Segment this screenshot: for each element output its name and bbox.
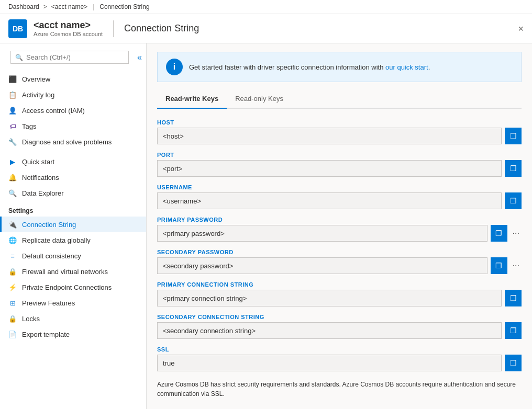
sidebar-label-preview-features: Preview Features — [22, 299, 75, 307]
quickstart-icon: ▶ — [8, 157, 17, 166]
label-ssl: SSL — [157, 346, 522, 353]
input-username[interactable] — [157, 192, 502, 209]
breadcrumb-sep1: > — [43, 3, 47, 10]
replicate-icon: 🌐 — [8, 236, 17, 244]
main-content: i Get started faster with driver specifi… — [147, 43, 532, 409]
sidebar-label-firewall: Firewall and virtual networks — [22, 268, 108, 276]
copy-secondary-connection-string-button[interactable]: ❐ — [505, 322, 522, 339]
sidebar-label-connection-string: Connection String — [22, 221, 76, 229]
header-divider — [113, 20, 114, 37]
sidebar-item-quickstart[interactable]: ▶ Quick start — [0, 154, 146, 169]
label-secondary-connection-string: SECONDARY CONNECTION STRING — [157, 314, 522, 320]
account-subtitle: Azure Cosmos DB account — [34, 31, 103, 37]
sidebar-item-firewall[interactable]: 🔒 Firewall and virtual networks — [0, 264, 146, 279]
copy-username-button[interactable]: ❐ — [505, 192, 522, 209]
search-input[interactable] — [26, 53, 124, 61]
export-icon: 📄 — [8, 330, 17, 338]
input-port[interactable] — [157, 160, 502, 177]
tab-read-only[interactable]: Read-only Keys — [227, 90, 292, 109]
breadcrumb-dashboard[interactable]: Dashboard — [8, 3, 39, 10]
sidebar-item-diagnose[interactable]: 🔧 Diagnose and solve problems — [0, 134, 146, 150]
sidebar-item-tags[interactable]: 🏷 Tags — [0, 118, 146, 134]
field-group-secondary-password: SECONDARY PASSWORD ❐ ··· — [157, 249, 522, 274]
field-group-primary-password: PRIMARY PASSWORD ❐ ··· — [157, 217, 522, 242]
settings-section-header: Settings — [0, 201, 146, 217]
footer-note: Azure Cosmos DB has strict security requ… — [157, 380, 522, 399]
connection-string-icon: 🔌 — [8, 220, 17, 229]
copy-secondary-password-button[interactable]: ❐ — [491, 257, 507, 274]
sidebar-item-replicate[interactable]: 🌐 Replicate data globally — [0, 232, 146, 248]
field-group-primary-connection-string: PRIMARY CONNECTION STRING ❐ — [157, 281, 522, 306]
sidebar-item-locks[interactable]: 🔒 Locks — [0, 311, 146, 326]
sidebar-label-notifications: Notifications — [22, 174, 59, 181]
notifications-icon: 🔔 — [8, 173, 17, 181]
tags-icon: 🏷 — [8, 122, 17, 130]
app-root: Dashboard > <acct name> | Connection Str… — [0, 0, 532, 409]
cosmos-db-icon: DB — [8, 19, 27, 38]
input-secondary-connection-string[interactable] — [157, 322, 502, 339]
sidebar-item-private-endpoint[interactable]: ⚡ Private Endpoint Connections — [0, 279, 146, 295]
tab-read-write[interactable]: Read-write Keys — [157, 90, 227, 109]
page-header: DB <acct name> Azure Cosmos DB account C… — [0, 14, 532, 43]
field-row-ssl: ❐ — [157, 355, 522, 371]
header-title-group: <acct name> Azure Cosmos DB account — [34, 20, 103, 37]
copy-host-button[interactable]: ❐ — [505, 128, 522, 144]
label-port: PORT — [157, 152, 522, 158]
search-icon: 🔍 — [15, 54, 23, 61]
consistency-icon: ≡ — [8, 252, 17, 260]
sidebar-label-replicate: Replicate data globally — [22, 236, 91, 244]
sidebar-scroll: ⬛ Overview 📋 Activity log 👤 Access contr… — [0, 71, 146, 409]
quick-start-link[interactable]: our quick start — [385, 63, 428, 71]
field-row-primary-password: ❐ ··· — [157, 225, 522, 242]
breadcrumb-current: Connection String — [99, 3, 149, 10]
collapse-icon[interactable]: « — [137, 53, 142, 62]
data-explorer-icon: 🔍 — [8, 189, 17, 197]
sidebar-item-overview[interactable]: ⬛ Overview — [0, 71, 146, 87]
field-row-username: ❐ — [157, 192, 522, 209]
input-primary-password[interactable] — [157, 225, 487, 242]
body: 🔍 « ⬛ Overview 📋 Activity log 👤 Access — [0, 43, 532, 409]
sidebar-item-export-template[interactable]: 📄 Export template — [0, 326, 146, 342]
sidebar-label-diagnose: Diagnose and solve problems — [22, 138, 112, 146]
input-secondary-password[interactable] — [157, 257, 487, 274]
input-host[interactable] — [157, 128, 502, 144]
sidebar-item-notifications[interactable]: 🔔 Notifications — [0, 169, 146, 185]
sidebar-item-preview-features[interactable]: ⊞ Preview Features — [0, 295, 146, 311]
sidebar-label-private-endpoint: Private Endpoint Connections — [22, 283, 112, 291]
label-host: HOST — [157, 119, 522, 126]
search-box[interactable]: 🔍 — [10, 51, 129, 64]
field-row-host: ❐ — [157, 128, 522, 144]
close-button[interactable]: × — [518, 24, 524, 33]
field-group-secondary-connection-string: SECONDARY CONNECTION STRING ❐ — [157, 314, 522, 339]
sidebar-label-iam: Access control (IAM) — [22, 107, 85, 115]
iam-icon: 👤 — [8, 106, 17, 115]
sidebar-label-quickstart: Quick start — [22, 158, 54, 166]
sidebar-item-default-consistency[interactable]: ≡ Default consistency — [0, 248, 146, 264]
sidebar-item-activity-log[interactable]: 📋 Activity log — [0, 87, 146, 103]
input-ssl[interactable] — [157, 355, 502, 371]
sidebar-label-tags: Tags — [22, 122, 36, 130]
info-banner: i Get started faster with driver specifi… — [157, 52, 522, 82]
label-username: USERNAME — [157, 184, 522, 190]
more-primary-password-button[interactable]: ··· — [511, 229, 522, 237]
locks-icon: 🔒 — [8, 314, 17, 323]
breadcrumb-sep2: | — [93, 3, 94, 10]
copy-ssl-button[interactable]: ❐ — [505, 355, 522, 371]
info-text: Get started faster with driver specific … — [189, 63, 430, 71]
sidebar-item-connection-string[interactable]: 🔌 Connection String — [0, 217, 146, 232]
preview-icon: ⊞ — [8, 299, 17, 307]
label-primary-connection-string: PRIMARY CONNECTION STRING — [157, 281, 522, 288]
more-secondary-password-button[interactable]: ··· — [511, 262, 522, 270]
copy-primary-password-button[interactable]: ❐ — [491, 225, 507, 242]
copy-port-button[interactable]: ❐ — [505, 160, 522, 177]
info-icon: i — [166, 59, 183, 75]
copy-primary-connection-string-button[interactable]: ❐ — [505, 290, 522, 306]
sidebar-item-iam[interactable]: 👤 Access control (IAM) — [0, 103, 146, 118]
overview-icon: ⬛ — [8, 75, 17, 83]
input-primary-connection-string[interactable] — [157, 290, 502, 306]
firewall-icon: 🔒 — [8, 267, 17, 276]
sidebar-label-overview: Overview — [22, 75, 50, 83]
sidebar-label-activity-log: Activity log — [22, 91, 54, 99]
sidebar-item-data-explorer[interactable]: 🔍 Data Explorer — [0, 185, 146, 201]
breadcrumb-account[interactable]: <acct name> — [51, 3, 87, 10]
